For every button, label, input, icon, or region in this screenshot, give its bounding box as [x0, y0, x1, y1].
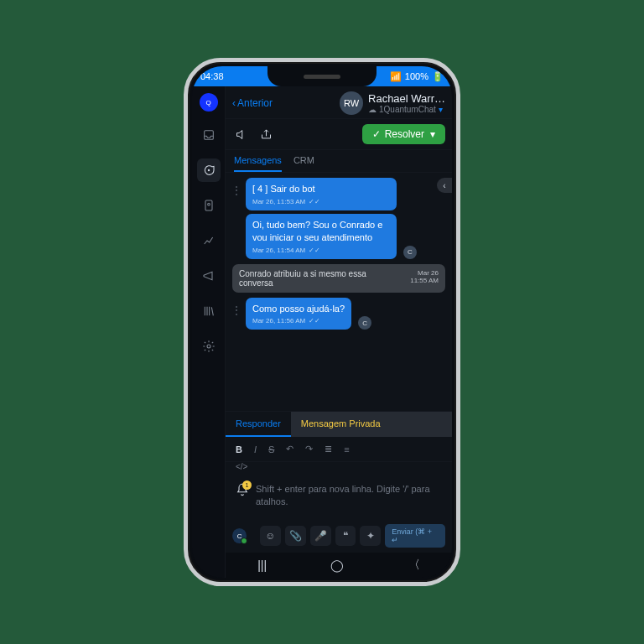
message-bubble: Oi, tudo bem? Sou o Conrado e vou inicia…: [246, 214, 397, 259]
back-nav-button[interactable]: 〈: [408, 558, 420, 573]
sender-avatar: C: [358, 316, 371, 330]
back-button[interactable]: ‹ Anterior: [232, 97, 273, 109]
speaker-grille: [304, 75, 340, 79]
contact-block[interactable]: Rachael Warr… ☁ 1QuantumChat ▾: [368, 92, 445, 114]
composer-area: 1 Shift + enter para nova linha. Digite …: [226, 475, 452, 521]
back-label: Anterior: [237, 97, 273, 109]
main-panel: ‹ Anterior RW Rachael Warr… ☁ 1QuantumCh…: [226, 86, 452, 578]
contact-name: Rachael Warr…: [368, 92, 445, 105]
code-button[interactable]: </>: [236, 462, 247, 471]
check-icon: ✓: [372, 128, 381, 140]
bullet-list-button[interactable]: ≣: [325, 444, 332, 454]
chevron-down-icon: ▾: [439, 105, 443, 114]
notch: [267, 66, 377, 86]
audio-button[interactable]: 🎤: [310, 526, 331, 546]
italic-button[interactable]: I: [254, 444, 257, 454]
message-text: Como posso ajudá-la?: [252, 303, 345, 315]
read-icon: ✓✓: [309, 317, 320, 325]
battery-label: 100%: [405, 71, 428, 81]
chevron-down-icon: ▾: [430, 128, 435, 140]
message-bubble: [ 4 ] Sair do bot Mar 26, 11:53 AM✓✓: [246, 178, 397, 210]
message-time: Mar 26, 11:56 AM: [252, 317, 305, 325]
strike-button[interactable]: S: [268, 444, 274, 454]
message-input[interactable]: Shift + enter para nova linha. Digite '/…: [256, 483, 442, 509]
recents-button[interactable]: |||: [257, 558, 267, 572]
home-button[interactable]: ◯: [330, 558, 344, 572]
inbox-icon[interactable]: [197, 123, 221, 147]
campaigns-icon[interactable]: [197, 264, 221, 288]
signal-icon: 📶: [390, 71, 402, 82]
tab-messages[interactable]: Mensagens: [234, 155, 282, 172]
message-text: Oi, tudo bem? Sou o Conrado e vou inicia…: [252, 219, 390, 244]
share-icon[interactable]: [257, 126, 274, 143]
message-list[interactable]: ‹ ⋮ [ 4 ] Sair do bot Mar 26, 11:53 AM✓✓…: [226, 173, 452, 411]
notifications-icon[interactable]: 1: [236, 483, 249, 500]
contact-avatar[interactable]: RW: [340, 91, 363, 115]
notification-badge: 1: [242, 480, 252, 490]
message-bubble: Como posso ajudá-la? Mar 26, 11:56 AM✓✓: [246, 298, 351, 330]
collapse-sidebar-icon[interactable]: ‹: [437, 178, 452, 193]
reply-tabs: Responder Mensagem Privada: [226, 411, 452, 437]
send-label: Enviar (⌘ + ↵: [392, 527, 439, 544]
mute-icon[interactable]: [232, 126, 249, 143]
message-text: [ 4 ] Sair do bot: [252, 183, 390, 195]
sidebar: Q: [192, 86, 226, 578]
message-time: Mar 26, 11:53 AM: [252, 198, 305, 205]
conversation-header: ‹ Anterior RW Rachael Warr… ☁ 1QuantumCh…: [226, 86, 452, 119]
chevron-left-icon: ‹: [232, 97, 236, 109]
system-message: Conrado atribuiu a si mesmo essa convers…: [232, 264, 445, 293]
send-button[interactable]: Enviar (⌘ + ↵: [385, 524, 445, 548]
app-logo[interactable]: Q: [200, 93, 218, 112]
undo-button[interactable]: ↶: [286, 444, 293, 454]
reports-icon[interactable]: [197, 229, 221, 252]
composer-bottom-bar: C ☺ 📎 🎤 ❝ ✦ Enviar (⌘ + ↵: [226, 521, 452, 553]
system-text: Conrado atribuiu a si mesmo essa convers…: [239, 269, 402, 288]
android-nav-bar: ||| ◯ 〈: [226, 553, 452, 578]
bold-button[interactable]: B: [236, 444, 242, 454]
status-time: 04:38: [200, 71, 224, 81]
ordered-list-button[interactable]: ≡: [344, 444, 349, 454]
message-options[interactable]: ⋮: [231, 298, 242, 316]
message-time: Mar 26, 11:54 AM: [252, 247, 305, 254]
cloud-icon: ☁: [368, 105, 377, 114]
resolve-label: Resolver: [385, 128, 424, 140]
tab-private-note[interactable]: Mensagem Privada: [291, 412, 452, 437]
editor-toolbar: B I S ↶ ↷ ≣ ≡: [226, 437, 452, 462]
conversation-tabs: Mensagens CRM: [226, 150, 452, 173]
header-actions: ✓ Resolver ▾: [226, 119, 452, 150]
ai-button[interactable]: ✦: [360, 526, 381, 546]
svg-point-4: [207, 345, 210, 348]
emoji-button[interactable]: ☺: [260, 526, 281, 546]
channel-name: 1QuantumChat: [379, 105, 436, 114]
sender-avatar: C: [403, 246, 417, 259]
quote-button[interactable]: ❝: [335, 526, 356, 546]
svg-point-3: [207, 203, 210, 205]
screen: 04:38 📶 100% 🔋 Q: [192, 66, 452, 578]
tab-reply[interactable]: Responder: [226, 412, 291, 437]
battery-icon: 🔋: [432, 71, 444, 82]
agent-avatar[interactable]: C: [232, 528, 247, 543]
attachment-button[interactable]: 📎: [285, 526, 306, 546]
settings-icon[interactable]: [197, 335, 221, 358]
contacts-icon[interactable]: [197, 194, 221, 217]
read-icon: ✓✓: [309, 247, 320, 254]
chat-icon[interactable]: [197, 158, 221, 182]
redo-button[interactable]: ↷: [305, 444, 313, 454]
phone-frame: 04:38 📶 100% 🔋 Q: [184, 58, 460, 586]
resolve-button[interactable]: ✓ Resolver ▾: [362, 124, 445, 144]
read-icon: ✓✓: [309, 198, 320, 205]
svg-point-1: [208, 169, 209, 170]
library-icon[interactable]: [197, 299, 221, 323]
message-options[interactable]: ⋮: [231, 178, 242, 196]
tab-crm[interactable]: CRM: [293, 155, 314, 172]
